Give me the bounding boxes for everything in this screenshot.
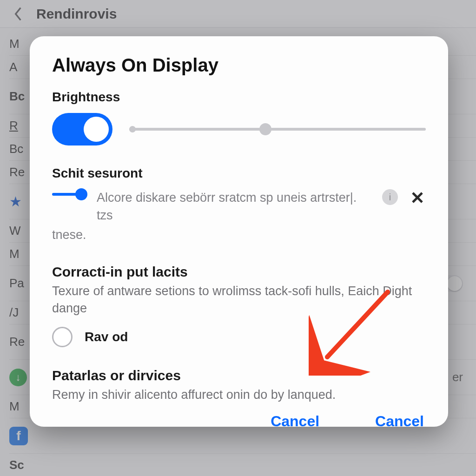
schit-label: Schit sesuront bbox=[52, 166, 426, 181]
patarias-desc: Remy in shivir alicento affurect onin do… bbox=[52, 386, 426, 403]
patarias-heading: Patarlas or dirvices bbox=[52, 368, 426, 383]
corract-section: Corracti-in put lacits Texure of antware… bbox=[52, 264, 426, 347]
cancel-button-right[interactable]: Cancel bbox=[375, 413, 424, 430]
ravod-radio[interactable] bbox=[52, 327, 73, 347]
schit-slider[interactable] bbox=[52, 193, 86, 196]
corract-heading: Corracti-in put lacits bbox=[52, 264, 426, 280]
cancel-button-left[interactable]: Cancel bbox=[271, 413, 319, 430]
brightness-slider[interactable] bbox=[129, 126, 426, 132]
corract-desc: Texure of antware setions to wrolimss ta… bbox=[52, 283, 426, 317]
schit-hint-line2: tnese. bbox=[52, 226, 426, 244]
modal-footer: Cancel Cancel bbox=[52, 403, 426, 430]
always-on-display-modal: Always On Display Brightness Schit sesur… bbox=[30, 36, 448, 427]
close-icon[interactable] bbox=[409, 189, 426, 206]
brightness-label: Brightness bbox=[52, 90, 426, 105]
brightness-toggle[interactable] bbox=[52, 113, 112, 145]
modal-title: Always On Display bbox=[52, 55, 426, 76]
schit-hint-line1: Alcore diskare sebörr sratcm sp uneis ar… bbox=[97, 189, 371, 225]
ravod-radio-label: Rav od bbox=[85, 330, 128, 344]
brightness-section: Brightness bbox=[52, 90, 426, 145]
info-icon[interactable]: i bbox=[382, 189, 398, 205]
patarias-section: Patarlas or dirvices Remy in shivir alic… bbox=[52, 368, 426, 403]
schit-section: Schit sesuront Alcore diskare sebörr sra… bbox=[52, 166, 426, 244]
